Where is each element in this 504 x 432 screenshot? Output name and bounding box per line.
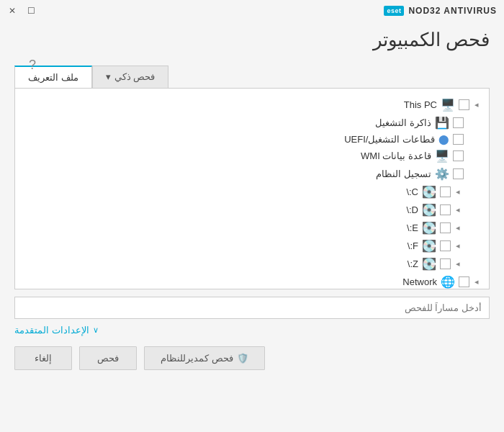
scan-item-drive-e[interactable]: ◂ 💽 E:\ bbox=[22, 219, 482, 237]
checkbox-network[interactable] bbox=[459, 276, 469, 287]
expand-icon-network: ◂ bbox=[474, 277, 479, 287]
scan-item-registry[interactable]: ⚙️ تسجيل النظام bbox=[22, 165, 482, 183]
scan-button[interactable]: فحص bbox=[79, 346, 137, 370]
path-input[interactable] bbox=[14, 297, 490, 319]
title-row: ? فحص الكمبيوتر bbox=[14, 22, 490, 66]
expand-icon-this-pc: ◂ bbox=[474, 100, 479, 109]
label-drive-d: D:\ bbox=[25, 204, 418, 215]
scan-items-list: ◂ 🖥️ This PC 💾 ذاكرة التشغيل ⬤ قطاعات ال… bbox=[22, 96, 482, 289]
expand-icon-drive-c: ◂ bbox=[456, 187, 460, 197]
content-area: ? فحص الكمبيوتر ملف التعريف فحص ذكي ▾ ◂ … bbox=[0, 22, 504, 432]
window-controls: ✕ ☐ bbox=[7, 6, 36, 16]
label-wmi: قاعدة بيانات WMI bbox=[25, 150, 431, 161]
label-drive-c: C:\ bbox=[25, 186, 418, 197]
checkbox-registry[interactable] bbox=[453, 168, 464, 179]
close-button[interactable]: ✕ bbox=[7, 6, 17, 16]
titlebar: ✕ ☐ eset NOD32 ANTIVIRUS bbox=[0, 0, 504, 22]
eset-badge: eset bbox=[384, 6, 404, 16]
scan-targets-panel[interactable]: ◂ 🖥️ This PC 💾 ذاكرة التشغيل ⬤ قطاعات ال… bbox=[14, 88, 490, 289]
scan-item-this-pc[interactable]: ◂ 🖥️ This PC bbox=[22, 96, 482, 114]
scan-item-drive-f[interactable]: ◂ 💽 F:\ bbox=[22, 237, 482, 255]
icon-drive-z: 💽 bbox=[422, 257, 436, 271]
expand-icon-drive-d: ◂ bbox=[456, 205, 460, 215]
scan-item-drive-c[interactable]: ◂ 💽 C:\ bbox=[22, 183, 482, 201]
scan-item-network[interactable]: ◂ 🌐 Network bbox=[22, 273, 482, 289]
advanced-arrow-icon: ∨ bbox=[93, 325, 99, 335]
maximize-button[interactable]: ☐ bbox=[26, 6, 36, 16]
icon-wmi: 🖥️ bbox=[435, 149, 449, 163]
tab-smart-scan[interactable]: فحص ذكي ▾ bbox=[92, 66, 169, 88]
checkbox-drive-f[interactable] bbox=[440, 240, 451, 251]
tab-profile[interactable]: ملف التعريف bbox=[14, 66, 92, 88]
path-input-row bbox=[14, 297, 490, 319]
label-drive-e: E:\ bbox=[25, 222, 418, 233]
advanced-settings-row[interactable]: ∨ الإعدادات المتقدمة bbox=[14, 325, 490, 336]
checkbox-drive-e[interactable] bbox=[440, 222, 451, 233]
label-network: Network bbox=[25, 276, 437, 287]
checkbox-drive-c[interactable] bbox=[440, 186, 451, 197]
label-memory: ذاكرة التشغيل bbox=[25, 117, 431, 128]
expand-icon-drive-e: ◂ bbox=[456, 223, 460, 233]
scan-item-uefi[interactable]: ⬤ قطاعات التشغيل/UEFI bbox=[22, 132, 482, 147]
icon-this-pc: 🖥️ bbox=[441, 98, 455, 112]
app-logo: eset NOD32 ANTIVIRUS bbox=[384, 6, 497, 16]
help-icon[interactable]: ? bbox=[29, 58, 36, 73]
icon-drive-d: 💽 bbox=[422, 203, 436, 217]
icon-uefi: ⬤ bbox=[438, 134, 449, 145]
cancel-button[interactable]: إلغاء bbox=[14, 346, 72, 370]
checkbox-drive-z[interactable] bbox=[440, 258, 451, 269]
checkbox-drive-d[interactable] bbox=[440, 204, 451, 215]
icon-memory: 💾 bbox=[435, 116, 449, 130]
app-name: NOD32 ANTIVIRUS bbox=[408, 6, 497, 16]
scan-item-wmi[interactable]: 🖥️ قاعدة بيانات WMI bbox=[22, 147, 482, 165]
icon-registry: ⚙️ bbox=[435, 167, 449, 181]
main-window: ✕ ☐ eset NOD32 ANTIVIRUS ? فحص الكمبيوتر… bbox=[0, 0, 504, 432]
label-this-pc: This PC bbox=[25, 99, 437, 110]
expand-icon-drive-z: ◂ bbox=[456, 259, 460, 269]
tab-bar: ملف التعريف فحص ذكي ▾ bbox=[14, 66, 490, 88]
action-buttons: إلغاء فحص 🛡️ فحص كمديرللنظام bbox=[14, 346, 490, 370]
icon-drive-c: 💽 bbox=[422, 185, 436, 199]
label-registry: تسجيل النظام bbox=[25, 168, 431, 179]
scan-item-drive-z[interactable]: ◂ 💽 Z:\ bbox=[22, 255, 482, 273]
shield-icon: 🛡️ bbox=[237, 353, 248, 364]
checkbox-this-pc[interactable] bbox=[459, 99, 469, 110]
icon-drive-e: 💽 bbox=[422, 221, 436, 235]
scan-item-drive-d[interactable]: ◂ 💽 D:\ bbox=[22, 201, 482, 219]
checkbox-wmi[interactable] bbox=[453, 150, 464, 161]
icon-network: 🌐 bbox=[441, 275, 455, 289]
scan-as-admin-button[interactable]: 🛡️ فحص كمديرللنظام bbox=[144, 346, 265, 370]
label-uefi: قطاعات التشغيل/UEFI bbox=[25, 134, 435, 145]
page-title: فحص الكمبيوتر bbox=[14, 29, 490, 51]
expand-icon-drive-f: ◂ bbox=[456, 241, 460, 251]
checkbox-memory[interactable] bbox=[453, 117, 464, 128]
scan-item-memory[interactable]: 💾 ذاكرة التشغيل bbox=[22, 114, 482, 132]
checkbox-uefi[interactable] bbox=[453, 134, 464, 145]
advanced-settings-label[interactable]: الإعدادات المتقدمة bbox=[14, 325, 89, 336]
label-drive-f: F:\ bbox=[25, 240, 418, 251]
dropdown-arrow-icon: ▾ bbox=[106, 71, 111, 82]
label-drive-z: Z:\ bbox=[25, 258, 418, 269]
icon-drive-f: 💽 bbox=[422, 239, 436, 253]
